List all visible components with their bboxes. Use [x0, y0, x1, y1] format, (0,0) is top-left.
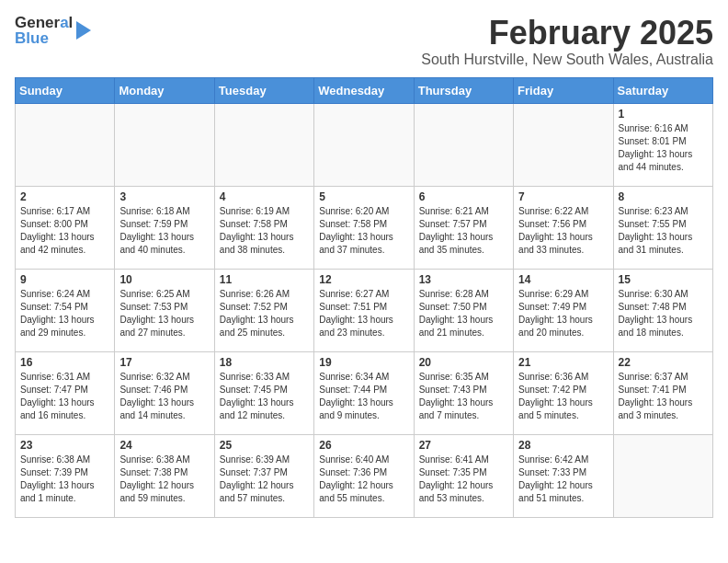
calendar-week-row: 1Sunrise: 6:16 AM Sunset: 8:01 PM Daylig…: [16, 103, 713, 186]
day-info: Sunrise: 6:42 AM Sunset: 7:33 PM Dayligh…: [518, 454, 608, 505]
day-info: Sunrise: 6:36 AM Sunset: 7:42 PM Dayligh…: [518, 371, 608, 422]
day-info: Sunrise: 6:37 AM Sunset: 7:41 PM Dayligh…: [619, 371, 708, 422]
calendar-cell: 6Sunrise: 6:21 AM Sunset: 7:57 PM Daylig…: [414, 186, 513, 269]
calendar-cell: 19Sunrise: 6:34 AM Sunset: 7:44 PM Dayli…: [314, 351, 414, 434]
day-info: Sunrise: 6:23 AM Sunset: 7:55 PM Dayligh…: [619, 205, 708, 257]
day-info: Sunrise: 6:19 AM Sunset: 7:58 PM Dayligh…: [220, 205, 309, 257]
calendar-cell: 20Sunrise: 6:35 AM Sunset: 7:43 PM Dayli…: [414, 351, 513, 434]
col-header-wednesday: Wednesday: [314, 77, 414, 103]
day-number: 5: [319, 190, 408, 203]
day-number: 10: [119, 273, 209, 286]
logo-line1: General: [15, 15, 73, 30]
calendar-week-row: 2Sunrise: 6:17 AM Sunset: 8:00 PM Daylig…: [16, 186, 713, 269]
day-info: Sunrise: 6:28 AM Sunset: 7:50 PM Dayligh…: [419, 288, 508, 339]
day-info: Sunrise: 6:22 AM Sunset: 7:56 PM Dayligh…: [518, 205, 608, 257]
calendar-cell: [613, 434, 712, 517]
logo-line2: Blue: [15, 30, 73, 46]
col-header-friday: Friday: [514, 77, 613, 103]
calendar-cell: 2Sunrise: 6:17 AM Sunset: 8:00 PM Daylig…: [16, 186, 115, 269]
day-number: 3: [119, 190, 209, 203]
day-number: 4: [220, 190, 309, 203]
day-number: 12: [319, 273, 408, 286]
calendar-cell: [514, 103, 613, 186]
calendar-cell: 21Sunrise: 6:36 AM Sunset: 7:42 PM Dayli…: [514, 351, 613, 434]
day-number: 26: [319, 439, 408, 452]
day-number: 23: [20, 439, 109, 452]
day-info: Sunrise: 6:29 AM Sunset: 7:49 PM Dayligh…: [518, 288, 608, 339]
col-header-sunday: Sunday: [16, 77, 115, 103]
day-info: Sunrise: 6:27 AM Sunset: 7:51 PM Dayligh…: [319, 288, 408, 339]
day-info: Sunrise: 6:34 AM Sunset: 7:44 PM Dayligh…: [319, 371, 408, 422]
title-area: February 2025 South Hurstville, New Sout…: [421, 15, 713, 68]
logo-triangle-icon: [76, 21, 91, 40]
col-header-saturday: Saturday: [613, 77, 712, 103]
day-info: Sunrise: 6:33 AM Sunset: 7:45 PM Dayligh…: [220, 371, 309, 422]
day-number: 19: [319, 356, 408, 369]
day-number: 1: [619, 108, 708, 121]
day-info: Sunrise: 6:35 AM Sunset: 7:43 PM Dayligh…: [419, 371, 508, 422]
calendar-week-row: 16Sunrise: 6:31 AM Sunset: 7:47 PM Dayli…: [16, 351, 713, 434]
calendar-cell: 22Sunrise: 6:37 AM Sunset: 7:41 PM Dayli…: [613, 351, 712, 434]
day-info: Sunrise: 6:30 AM Sunset: 7:48 PM Dayligh…: [619, 288, 708, 339]
day-number: 17: [119, 356, 209, 369]
day-number: 24: [119, 439, 209, 452]
location-label: South Hurstville, New South Wales, Austr…: [421, 52, 713, 68]
day-number: 15: [619, 273, 708, 286]
calendar-cell: 1Sunrise: 6:16 AM Sunset: 8:01 PM Daylig…: [613, 103, 712, 186]
calendar-cell: 15Sunrise: 6:30 AM Sunset: 7:48 PM Dayli…: [613, 269, 712, 351]
day-number: 9: [20, 273, 109, 286]
day-info: Sunrise: 6:18 AM Sunset: 7:59 PM Dayligh…: [119, 205, 209, 257]
calendar-cell: 9Sunrise: 6:24 AM Sunset: 7:54 PM Daylig…: [16, 269, 115, 351]
day-info: Sunrise: 6:31 AM Sunset: 7:47 PM Dayligh…: [20, 371, 109, 422]
calendar-header-row: SundayMondayTuesdayWednesdayThursdayFrid…: [16, 77, 713, 103]
calendar-cell: 5Sunrise: 6:20 AM Sunset: 7:58 PM Daylig…: [314, 186, 414, 269]
calendar-cell: [414, 103, 513, 186]
calendar-cell: 26Sunrise: 6:40 AM Sunset: 7:36 PM Dayli…: [314, 434, 414, 517]
day-number: 20: [419, 356, 508, 369]
day-number: 21: [518, 356, 608, 369]
day-info: Sunrise: 6:17 AM Sunset: 8:00 PM Dayligh…: [20, 205, 109, 257]
day-number: 25: [220, 439, 309, 452]
calendar-cell: 24Sunrise: 6:38 AM Sunset: 7:38 PM Dayli…: [115, 434, 214, 517]
calendar-cell: 8Sunrise: 6:23 AM Sunset: 7:55 PM Daylig…: [613, 186, 712, 269]
col-header-tuesday: Tuesday: [214, 77, 313, 103]
col-header-monday: Monday: [115, 77, 214, 103]
calendar-cell: 7Sunrise: 6:22 AM Sunset: 7:56 PM Daylig…: [514, 186, 613, 269]
day-info: Sunrise: 6:38 AM Sunset: 7:38 PM Dayligh…: [119, 454, 209, 505]
calendar-cell: [16, 103, 115, 186]
calendar-cell: [314, 103, 414, 186]
calendar-cell: [214, 103, 313, 186]
calendar-cell: 27Sunrise: 6:41 AM Sunset: 7:35 PM Dayli…: [414, 434, 513, 517]
day-info: Sunrise: 6:39 AM Sunset: 7:37 PM Dayligh…: [220, 454, 309, 505]
calendar-cell: 11Sunrise: 6:26 AM Sunset: 7:52 PM Dayli…: [214, 269, 313, 351]
day-number: 13: [419, 273, 508, 286]
day-number: 7: [518, 190, 608, 203]
day-number: 16: [20, 356, 109, 369]
day-info: Sunrise: 6:26 AM Sunset: 7:52 PM Dayligh…: [220, 288, 309, 339]
col-header-thursday: Thursday: [414, 77, 513, 103]
calendar-week-row: 23Sunrise: 6:38 AM Sunset: 7:39 PM Dayli…: [16, 434, 713, 517]
day-number: 27: [419, 439, 508, 452]
day-number: 18: [220, 356, 309, 369]
day-number: 11: [220, 273, 309, 286]
day-info: Sunrise: 6:20 AM Sunset: 7:58 PM Dayligh…: [319, 205, 408, 257]
day-number: 2: [20, 190, 109, 203]
calendar-cell: 13Sunrise: 6:28 AM Sunset: 7:50 PM Dayli…: [414, 269, 513, 351]
calendar-cell: 17Sunrise: 6:32 AM Sunset: 7:46 PM Dayli…: [115, 351, 214, 434]
day-info: Sunrise: 6:21 AM Sunset: 7:57 PM Dayligh…: [419, 205, 508, 257]
day-info: Sunrise: 6:38 AM Sunset: 7:39 PM Dayligh…: [20, 454, 109, 505]
calendar-cell: 10Sunrise: 6:25 AM Sunset: 7:53 PM Dayli…: [115, 269, 214, 351]
day-number: 14: [518, 273, 608, 286]
calendar-cell: 3Sunrise: 6:18 AM Sunset: 7:59 PM Daylig…: [115, 186, 214, 269]
logo: General Blue: [15, 15, 91, 46]
day-number: 8: [619, 190, 708, 203]
calendar-cell: 16Sunrise: 6:31 AM Sunset: 7:47 PM Dayli…: [16, 351, 115, 434]
calendar-cell: 4Sunrise: 6:19 AM Sunset: 7:58 PM Daylig…: [214, 186, 313, 269]
calendar-cell: 28Sunrise: 6:42 AM Sunset: 7:33 PM Dayli…: [514, 434, 613, 517]
day-number: 28: [518, 439, 608, 452]
day-info: Sunrise: 6:16 AM Sunset: 8:01 PM Dayligh…: [619, 122, 708, 174]
day-info: Sunrise: 6:25 AM Sunset: 7:53 PM Dayligh…: [119, 288, 209, 339]
day-number: 22: [619, 356, 708, 369]
calendar-cell: [115, 103, 214, 186]
calendar-cell: 14Sunrise: 6:29 AM Sunset: 7:49 PM Dayli…: [514, 269, 613, 351]
